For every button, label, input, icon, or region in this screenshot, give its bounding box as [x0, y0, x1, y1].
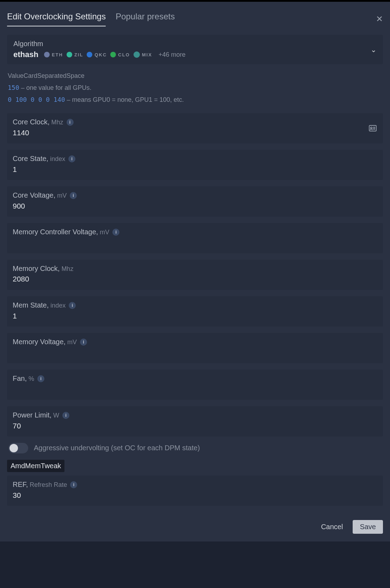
- power-limit-label: Power Limit,: [13, 411, 51, 419]
- coin-mix: MIX: [134, 51, 152, 58]
- core-state-label: Core State,: [13, 155, 48, 162]
- mem-state-unit: index: [50, 302, 66, 309]
- power-limit-unit: W: [53, 412, 59, 419]
- zil-icon: [67, 52, 72, 57]
- fan-unit: %: [29, 375, 34, 382]
- core-clock-unit: Mhz: [51, 119, 63, 126]
- info-icon[interactable]: i: [112, 229, 119, 236]
- mem-state-value: 1: [13, 312, 377, 320]
- eth-icon: [44, 52, 50, 57]
- qkc-icon: [87, 52, 92, 57]
- modal-footer: Cancel Save: [7, 512, 383, 534]
- core-voltage-label: Core Voltage,: [13, 191, 55, 199]
- help-title: ValueCardSeparatedSpace: [8, 70, 383, 82]
- cancel-button[interactable]: Cancel: [321, 523, 343, 531]
- overclocking-modal: Edit Overclocking Settings Popular prese…: [0, 2, 390, 541]
- power-limit-field[interactable]: Power Limit, W i 70: [7, 406, 383, 437]
- help-text: ValueCardSeparatedSpace 150 – one value …: [8, 70, 383, 106]
- core-clock-label: Core Clock,: [13, 118, 49, 126]
- ref-unit: Refresh Rate: [30, 481, 67, 488]
- tab-popular-presets[interactable]: Popular presets: [116, 12, 175, 26]
- memory-clock-unit: Mhz: [61, 265, 73, 272]
- mem-state-field[interactable]: Mem State, index i 1: [7, 296, 383, 327]
- contact-card-icon[interactable]: [369, 125, 377, 131]
- coin-eth: ETH: [44, 52, 63, 57]
- algorithm-row: ethash ETH ZIL QKC CLO MIX +46 more: [13, 50, 377, 59]
- amdmemtweak-section: AmdMemTweak: [7, 460, 64, 472]
- core-clock-field[interactable]: Core Clock, Mhz i 1140: [7, 113, 383, 143]
- coin-clo-label: CLO: [118, 52, 130, 57]
- help-example-1-text: – one value for all GPUs.: [19, 84, 92, 91]
- aggressive-undervolting-row: Aggressive undervolting (set OC for each…: [8, 443, 383, 453]
- help-example-1-code: 150: [8, 84, 19, 91]
- memory-voltage-field[interactable]: Memory Voltage, mV i: [7, 333, 383, 363]
- core-clock-value: 1140: [13, 129, 377, 137]
- fan-label: Fan,: [13, 375, 27, 382]
- mcv-label: Memory Controller Voltage,: [13, 228, 98, 236]
- info-icon[interactable]: i: [67, 119, 74, 126]
- power-limit-value: 70: [13, 422, 377, 430]
- algorithm-name: ethash: [13, 50, 38, 59]
- coin-qkc: QKC: [87, 52, 107, 57]
- core-voltage-field[interactable]: Core Voltage, mV i 900: [7, 186, 383, 217]
- ref-value: 30: [13, 491, 377, 500]
- tabs: Edit Overclocking Settings Popular prese…: [7, 12, 175, 26]
- ref-label: REF,: [13, 481, 28, 488]
- info-icon[interactable]: i: [69, 302, 76, 309]
- clo-icon: [110, 52, 116, 57]
- info-icon[interactable]: i: [68, 155, 75, 162]
- help-example-2-text: – means GPU0 = none, GPU1 = 100, etc.: [65, 96, 184, 103]
- close-icon[interactable]: ✕: [376, 15, 383, 23]
- coin-zil-label: ZIL: [74, 52, 83, 57]
- modal-header: Edit Overclocking Settings Popular prese…: [7, 2, 383, 35]
- info-icon[interactable]: i: [37, 375, 44, 382]
- chevron-down-icon[interactable]: ⌄: [371, 45, 377, 54]
- memory-voltage-label: Memory Voltage,: [13, 338, 66, 346]
- core-state-value: 1: [13, 165, 377, 174]
- memory-clock-value: 2080: [13, 275, 377, 283]
- info-icon[interactable]: i: [62, 412, 69, 419]
- core-voltage-unit: mV: [57, 192, 67, 199]
- tab-edit-overclocking[interactable]: Edit Overclocking Settings: [7, 12, 106, 26]
- memory-clock-field[interactable]: Memory Clock, Mhz 2080: [7, 260, 383, 290]
- memory-clock-label: Memory Clock,: [13, 265, 60, 272]
- core-state-field[interactable]: Core State, index i 1: [7, 150, 383, 180]
- coin-clo: CLO: [110, 52, 130, 57]
- coin-eth-label: ETH: [52, 52, 63, 57]
- info-icon[interactable]: i: [70, 192, 77, 199]
- mcv-unit: mV: [100, 229, 109, 236]
- algorithm-select[interactable]: Algorithm ethash ETH ZIL QKC CLO MIX +46…: [7, 35, 383, 64]
- memory-voltage-unit: mV: [67, 339, 77, 346]
- mix-icon: [134, 51, 140, 58]
- save-button[interactable]: Save: [353, 520, 383, 534]
- algorithm-label: Algorithm: [13, 40, 377, 48]
- core-voltage-value: 900: [13, 202, 377, 210]
- coin-zil: ZIL: [67, 52, 83, 57]
- memory-controller-voltage-field[interactable]: Memory Controller Voltage, mV i: [7, 223, 383, 253]
- more-coins: +46 more: [159, 51, 186, 58]
- coin-qkc-label: QKC: [94, 52, 107, 57]
- info-icon[interactable]: i: [70, 481, 77, 488]
- mem-state-label: Mem State,: [13, 301, 49, 309]
- aggressive-undervolting-toggle[interactable]: [8, 443, 28, 453]
- fan-field[interactable]: Fan, % i: [7, 370, 383, 400]
- svg-point-1: [371, 127, 372, 129]
- ref-field[interactable]: REF, Refresh Rate i 30: [7, 476, 383, 506]
- info-icon[interactable]: i: [80, 339, 87, 346]
- core-state-unit: index: [50, 155, 65, 162]
- aggressive-undervolting-label: Aggressive undervolting (set OC for each…: [34, 444, 200, 452]
- help-example-2-code: 0 100 0 0 0 140: [8, 96, 65, 103]
- coin-mix-label: MIX: [142, 52, 152, 57]
